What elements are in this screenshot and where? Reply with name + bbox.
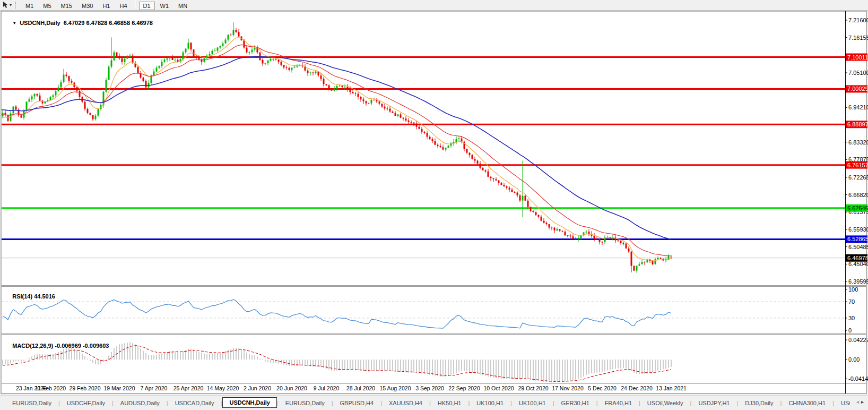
date-label: 9 Jul 2020 <box>314 385 340 391</box>
candle-body <box>315 72 317 73</box>
chart-tab-china300-h1[interactable]: CHINA300,H1 <box>782 398 832 408</box>
candle-body <box>501 183 502 185</box>
chart-tab-ger30-h1[interactable]: GER30,H1 <box>554 398 596 408</box>
candle-body <box>363 99 364 101</box>
cursor-tool-icon[interactable] <box>2 1 9 9</box>
candle-body <box>432 139 433 141</box>
candle-body <box>350 89 351 92</box>
candle-body <box>549 224 550 227</box>
candle-body <box>291 67 293 70</box>
chart-tab-uk100-h1[interactable]: UK100,H1 <box>470 398 510 408</box>
macd-tick-label: 0.042275 <box>848 337 868 343</box>
candle-body <box>639 264 640 266</box>
chart-tab-usoil-[interactable]: USOil, <box>834 398 850 408</box>
chart-tab-gbpusd-h4[interactable]: GBPUSD,H4 <box>333 398 381 408</box>
chart-tab-hk50-h1[interactable]: HK50,H1 <box>431 398 468 408</box>
candle-body <box>533 211 534 212</box>
price-badge-label: 6.46978 <box>847 255 868 261</box>
candle-body <box>575 239 577 240</box>
candle-body <box>652 261 654 264</box>
candle-body <box>63 75 65 82</box>
candle-body <box>511 190 513 192</box>
chart-tab-eurusd-daily[interactable]: EURUSD,Daily <box>279 398 332 408</box>
price-tick-label: 6.55930 <box>848 226 868 233</box>
candle-body <box>596 239 598 240</box>
candle-body <box>440 146 441 147</box>
candle-body <box>111 61 112 67</box>
candle-body <box>538 215 540 217</box>
candle-body <box>397 114 399 116</box>
date-label: 7 Apr 2020 <box>141 385 168 391</box>
toolbar-grip[interactable] <box>15 2 18 8</box>
candle-body <box>472 155 473 159</box>
candle-body <box>71 81 73 83</box>
candle-body <box>562 231 563 232</box>
candle-body <box>31 96 33 99</box>
candle-body <box>623 243 624 244</box>
timeframe-button-H4[interactable]: H4 <box>115 2 131 10</box>
candle-body <box>482 168 484 170</box>
candle-body <box>294 67 296 68</box>
date-label: 19 Mar 2020 <box>104 385 135 391</box>
timeframe-button-M1[interactable]: M1 <box>21 2 38 10</box>
tab-scroll-left-icon[interactable]: ◂ <box>856 399 861 405</box>
chart-tab-audusd-daily[interactable]: AUDUSD,Daily <box>114 398 167 408</box>
candle-body <box>334 89 335 91</box>
timeframe-button-MN[interactable]: MN <box>174 2 192 10</box>
candle-body <box>114 53 115 61</box>
timeframe-button-H1[interactable]: H1 <box>98 2 114 10</box>
candle-body <box>458 139 460 139</box>
candle-body <box>283 65 285 67</box>
price-tick-label: 6.39595 <box>848 278 868 285</box>
candle-body <box>172 57 173 60</box>
chart-tab-usoil-weekly[interactable]: USOil,Weekly <box>640 398 690 408</box>
candle-body <box>254 48 256 50</box>
chart-symbol-label: USDCNH,Daily <box>20 20 60 26</box>
chart-tab-uk100-h1[interactable]: UK100,H1 <box>512 398 553 408</box>
timeframe-button-D1[interactable]: D1 <box>139 2 155 10</box>
candle-body <box>572 236 574 239</box>
candle-body <box>551 228 553 228</box>
candle-body <box>506 186 508 188</box>
candle-body <box>344 87 346 87</box>
candle-body <box>421 129 423 132</box>
candle-body <box>389 109 391 112</box>
chart-tab-eurusd-daily[interactable]: EURUSD,Daily <box>5 398 58 408</box>
tab-scroll-right-icon[interactable]: ▸ <box>861 399 866 405</box>
candle-body <box>615 237 617 240</box>
timeframe-button-M5[interactable]: M5 <box>39 2 55 10</box>
candle-body <box>273 59 274 59</box>
candle-body <box>198 58 200 59</box>
timeframe-button-W1[interactable]: W1 <box>156 2 173 10</box>
candle-body <box>119 56 120 58</box>
toolbar-dropdown-caret-icon[interactable]: ▾ <box>10 3 12 7</box>
chart-tab-xauusd-h4[interactable]: XAUUSD,H4 <box>382 398 429 408</box>
candle-body <box>225 40 227 44</box>
chart-tab-fra40-h1[interactable]: FRA40,H1 <box>598 398 639 408</box>
candle-body <box>66 75 67 76</box>
chart-tab-usdchf-daily[interactable]: USDCHF,Daily <box>60 398 112 408</box>
chart-title-caret-icon[interactable]: ▼ <box>12 21 16 25</box>
chart-tab-usdcad-daily[interactable]: USDCAD,Daily <box>168 398 221 408</box>
date-label: 2 Jun 2020 <box>244 385 271 391</box>
candle-body <box>424 132 426 133</box>
candle-body <box>220 46 221 47</box>
chart-ohlc-values: 6.47029 6.47828 6.46858 6.46978 <box>64 20 153 26</box>
candle-body <box>535 212 537 215</box>
timeframe-button-M30[interactable]: M30 <box>77 2 97 10</box>
candle-body <box>554 228 555 230</box>
candle-body <box>493 178 494 180</box>
date-label: 11 Feb 2020 <box>35 385 66 391</box>
candle-body <box>21 115 22 117</box>
candle-body <box>580 235 582 238</box>
chart-tab-usdjpy-h1[interactable]: USDJPY,H1 <box>691 398 736 408</box>
candle-body <box>607 237 609 238</box>
candle-body <box>108 67 110 80</box>
candle-body <box>618 241 619 241</box>
chart-tab-dj30-daily[interactable]: DJ30,Daily <box>738 398 780 408</box>
candle-body <box>360 97 362 100</box>
toolbar: ▾ M1M5M15M30H1H4D1W1MN <box>0 0 868 11</box>
timeframe-button-M15[interactable]: M15 <box>57 2 76 10</box>
chart-window: 7.216007.161557.051006.942106.833206.778… <box>0 10 868 395</box>
chart-tab-usdcnh-daily[interactable]: USDCNH,Daily <box>222 397 276 408</box>
